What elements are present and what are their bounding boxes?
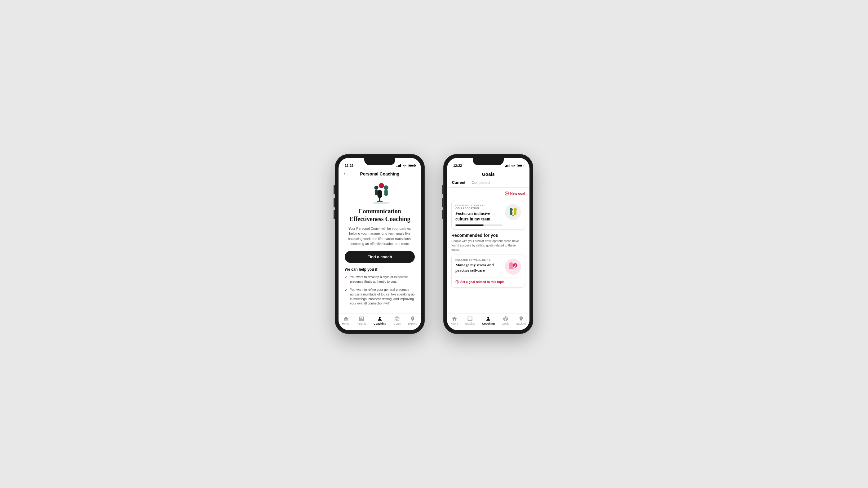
home-icon-2 — [452, 316, 457, 322]
tab-completed[interactable]: Completed — [471, 180, 490, 187]
list-item-text-1: You want to develop a style of executive… — [350, 275, 415, 284]
svg-point-22 — [509, 262, 514, 267]
status-bar-1: 12:22 — [339, 158, 421, 169]
signal-icon-1 — [397, 164, 401, 167]
svg-rect-17 — [510, 211, 513, 215]
svg-point-21 — [505, 258, 521, 275]
rec-card-top: Related to Well-Being Manage my stress a… — [455, 258, 521, 275]
nav-home-1[interactable]: Home — [342, 316, 350, 325]
rec-category: Related to Well-Being — [455, 258, 502, 262]
time-2: 12:22 — [453, 164, 462, 167]
progress-bar — [455, 224, 502, 226]
rec-card-text: Related to Well-Being Manage my stress a… — [455, 258, 502, 273]
svg-rect-0 — [378, 190, 382, 198]
wifi-icon-1 — [402, 164, 407, 167]
nav-home-label-2: Home — [451, 322, 458, 325]
nav-bar-1: Home Insights Coaching Goals Explore — [339, 313, 421, 329]
nav-goals-label-2: Goals — [502, 322, 509, 325]
status-icons-1 — [397, 164, 415, 167]
check-icon-2: ✓ — [345, 288, 347, 306]
battery-icon-2 — [517, 164, 523, 167]
coaching-illustration — [364, 181, 395, 204]
phone1-content: ‹ Personal Coaching — [339, 169, 421, 313]
recommended-desc: People with your similar development are… — [452, 239, 525, 252]
goals-icon-2 — [503, 316, 508, 322]
svg-point-24 — [515, 265, 516, 266]
list-item: ✓ You want to develop a style of executi… — [345, 275, 415, 284]
phone2-content: Goals Current Completed — [447, 169, 529, 313]
rec-link[interactable]: Set a goal related to this topic — [455, 277, 521, 284]
rec-card[interactable]: Related to Well-Being Manage my stress a… — [452, 254, 525, 288]
p2-page-title: Goals — [452, 172, 525, 177]
phone-2-screen: 12:22 — [447, 158, 529, 330]
insights-icon-2 — [467, 316, 473, 322]
svg-point-18 — [514, 208, 517, 211]
p1-main-title: Communication Effectiveness Coaching — [345, 207, 415, 223]
explore-icon-1 — [410, 316, 415, 322]
svg-rect-4 — [384, 190, 388, 195]
signal-icon-2 — [505, 164, 509, 167]
tab-current[interactable]: Current — [452, 180, 465, 187]
goal-title: Foster an inclusive culture in my team — [455, 211, 502, 222]
goal-card[interactable]: Communication and Collaboration Foster a… — [452, 200, 525, 230]
nav-explore-2[interactable]: Explore — [517, 316, 526, 325]
recommended-section: Recommended for you People with your sim… — [452, 233, 525, 288]
nav-coaching-1[interactable]: Coaching — [374, 316, 386, 325]
svg-point-5 — [379, 183, 384, 188]
svg-point-3 — [384, 185, 389, 190]
status-icons-2 — [505, 164, 523, 167]
nav-insights-2[interactable]: Insights — [465, 316, 475, 325]
p1-body: Communication Effectiveness Coaching You… — [339, 179, 421, 313]
nav-insights-1[interactable]: Insights — [357, 316, 366, 325]
home-icon-1 — [343, 316, 349, 322]
p2-tabs: Current Completed — [447, 180, 529, 188]
find-coach-button[interactable]: Find a coach — [345, 251, 415, 263]
nav-coaching-label-2: Coaching — [482, 322, 495, 325]
p1-description: Your Personal Coach will be your partner… — [345, 226, 415, 246]
goal-category: Communication and Collaboration — [455, 204, 502, 210]
plus-circle-icon-rec — [455, 280, 459, 284]
nav-goals-1[interactable]: Goals — [393, 316, 401, 325]
status-bar-2: 12:22 — [447, 158, 529, 169]
nav-goals-2[interactable]: Goals — [502, 316, 509, 325]
home-indicator-2 — [447, 329, 529, 330]
nav-home-label-1: Home — [342, 322, 350, 325]
phone-2: 12:22 — [443, 154, 533, 334]
check-icon-1: ✓ — [345, 275, 347, 284]
nav-explore-1[interactable]: Explore — [408, 316, 417, 325]
nav-goals-label-1: Goals — [393, 322, 401, 325]
svg-rect-2 — [377, 201, 382, 202]
list-item-text-2: You want to refine your general presence… — [350, 287, 415, 306]
svg-point-15 — [505, 204, 521, 220]
phone-1: 12:22 — [335, 154, 425, 334]
svg-point-16 — [509, 208, 513, 211]
goals-icon-1 — [394, 316, 400, 322]
home-indicator-1 — [339, 329, 421, 330]
coaching-icon-1 — [377, 316, 382, 322]
svg-rect-19 — [514, 211, 517, 215]
wifi-icon-2 — [511, 164, 515, 167]
svg-point-30 — [505, 318, 506, 319]
new-goal-label: New goal — [510, 192, 525, 195]
battery-icon-1 — [409, 164, 415, 167]
p1-header: ‹ Personal Coaching — [339, 169, 421, 179]
nav-insights-label-1: Insights — [357, 322, 366, 325]
new-goal-row: New goal — [452, 190, 525, 197]
nav-coaching-2[interactable]: Coaching — [482, 316, 495, 325]
p2-body: New goal Communication and Collaboration… — [447, 188, 529, 313]
plus-circle-icon — [505, 191, 509, 195]
svg-point-11 — [397, 318, 397, 319]
nav-coaching-label-1: Coaching — [374, 322, 386, 325]
goal-card-text: Communication and Collaboration Foster a… — [455, 204, 502, 226]
p1-page-title: Personal Coaching — [343, 172, 416, 176]
rec-illustration — [505, 258, 521, 275]
insights-icon-1 — [359, 316, 364, 322]
rec-title: Manage my stress and practice self-care — [455, 263, 502, 273]
nav-explore-label-2: Explore — [517, 322, 526, 325]
progress-fill — [455, 224, 484, 226]
back-button-1[interactable]: ‹ — [343, 171, 345, 177]
nav-home-2[interactable]: Home — [451, 316, 458, 325]
p2-header: Goals — [447, 169, 529, 180]
new-goal-button[interactable]: New goal — [505, 191, 525, 195]
svg-rect-7 — [375, 190, 378, 195]
